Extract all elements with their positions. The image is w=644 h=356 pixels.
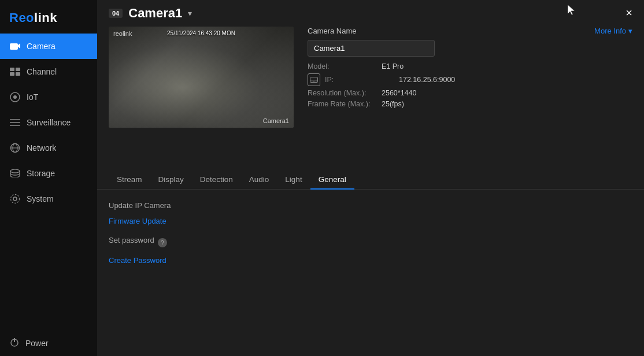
sidebar-item-iot-label: IoT <box>27 92 38 102</box>
tab-content-general: Update IP Camera Firmware Update Set pas… <box>97 190 644 357</box>
ip-icon <box>308 73 320 86</box>
help-icon[interactable]: ? <box>158 238 167 247</box>
topbar: 04 Camera1 ▾ × <box>97 0 644 27</box>
more-info-label: More Info <box>594 27 626 35</box>
chevron-down-icon: ▾ <box>628 27 632 35</box>
tabs-row: Stream Display Detection Audio Light Gen… <box>97 170 644 190</box>
camera-number: 04 <box>109 9 123 18</box>
tab-stream[interactable]: Stream <box>109 170 150 190</box>
preview-label: Camera1 <box>263 117 289 124</box>
logo-olink-text: link <box>34 10 57 25</box>
svg-rect-4 <box>10 72 14 76</box>
sidebar-item-network-label: Network <box>27 143 56 153</box>
preview-fog <box>109 27 294 128</box>
tab-detection[interactable]: Detection <box>192 170 241 190</box>
framerate-key: Frame Rate (Max.): <box>308 100 377 108</box>
sidebar-item-storage[interactable]: Storage <box>0 161 97 186</box>
resolution-key: Resolution (Max.): <box>308 89 377 97</box>
tab-audio[interactable]: Audio <box>241 170 277 190</box>
content-area: reolink 25/11/2024 16:43:20 MON Camera1 … <box>97 27 644 170</box>
storage-icon <box>9 168 21 179</box>
ip-row: IP: 172.16.25.6:9000 <box>308 73 632 86</box>
set-password-row: Set password ? <box>109 236 632 250</box>
resolution-value: 2560*1440 <box>382 89 416 97</box>
camera-info-panel: Camera Name More Info ▾ Model: E1 Pro <box>308 27 632 170</box>
tab-light[interactable]: Light <box>277 170 310 190</box>
svg-rect-0 <box>10 43 18 50</box>
svg-rect-3 <box>16 68 20 71</box>
firmware-update-link[interactable]: Firmware Update <box>109 217 166 225</box>
svg-rect-2 <box>10 68 14 71</box>
sidebar-item-camera[interactable]: Camera <box>0 34 97 59</box>
camera-name-input[interactable] <box>308 40 435 57</box>
svg-rect-5 <box>16 72 20 76</box>
close-button[interactable]: × <box>626 7 632 18</box>
preview-timestamp: 25/11/2024 16:43:20 MON <box>167 30 235 36</box>
iot-icon <box>9 91 21 103</box>
system-icon <box>9 193 21 205</box>
framerate-row: Frame Rate (Max.): 25(fps) <box>308 100 632 108</box>
info-header: Camera Name More Info ▾ <box>308 27 632 35</box>
sidebar-power[interactable]: Power <box>0 330 97 356</box>
logo: Reolink <box>0 0 97 34</box>
main-content: 04 Camera1 ▾ × reolink 25/11/2024 16:43:… <box>97 0 644 356</box>
power-icon <box>9 337 20 349</box>
preview-logo: reolink <box>113 30 132 37</box>
sidebar-item-camera-label: Camera <box>27 42 55 51</box>
camera-dropdown-arrow[interactable]: ▾ <box>188 9 192 18</box>
model-row: Model: E1 Pro <box>308 62 632 71</box>
power-label: Power <box>25 339 49 348</box>
network-icon <box>9 142 21 154</box>
sidebar-item-surveillance[interactable]: Surveillance <box>0 110 97 135</box>
camera-icon <box>9 40 21 52</box>
set-password-label: Set password <box>109 236 154 244</box>
camera-name-label: Camera Name <box>308 27 357 35</box>
model-value: E1 Pro <box>382 62 404 71</box>
model-key: Model: <box>308 62 377 71</box>
svg-rect-6 <box>13 95 17 99</box>
camera-preview: reolink 25/11/2024 16:43:20 MON Camera1 <box>109 27 294 128</box>
sidebar-item-system-label: System <box>27 194 54 203</box>
svg-point-14 <box>10 169 20 173</box>
channel-icon <box>9 66 21 77</box>
update-section-label: Update IP Camera <box>109 201 632 210</box>
sidebar: Reolink Camera Channel <box>0 0 97 356</box>
sidebar-item-network[interactable]: Network <box>0 135 97 161</box>
sidebar-item-channel-label: Channel <box>27 67 57 76</box>
sidebar-item-system[interactable]: System <box>0 186 97 212</box>
more-info-button[interactable]: More Info ▾ <box>594 27 632 35</box>
ip-key: IP: <box>325 76 394 84</box>
camera-title: Camera1 <box>128 6 182 21</box>
surveillance-icon <box>9 117 21 128</box>
framerate-value: 25(fps) <box>382 100 404 108</box>
svg-point-16 <box>11 195 20 203</box>
svg-marker-1 <box>18 43 20 49</box>
sidebar-item-channel[interactable]: Channel <box>0 59 97 84</box>
tab-general[interactable]: General <box>310 170 354 190</box>
sidebar-item-iot[interactable]: IoT <box>0 84 97 110</box>
tab-display[interactable]: Display <box>150 170 192 190</box>
sidebar-item-surveillance-label: Surveillance <box>27 118 71 127</box>
sidebar-item-storage-label: Storage <box>27 169 55 178</box>
create-password-link[interactable]: Create Password <box>109 256 166 265</box>
logo-re-text: Reo <box>9 10 34 25</box>
resolution-row: Resolution (Max.): 2560*1440 <box>308 89 632 97</box>
ip-value: 172.16.25.6:9000 <box>399 76 455 84</box>
svg-point-15 <box>13 197 17 201</box>
